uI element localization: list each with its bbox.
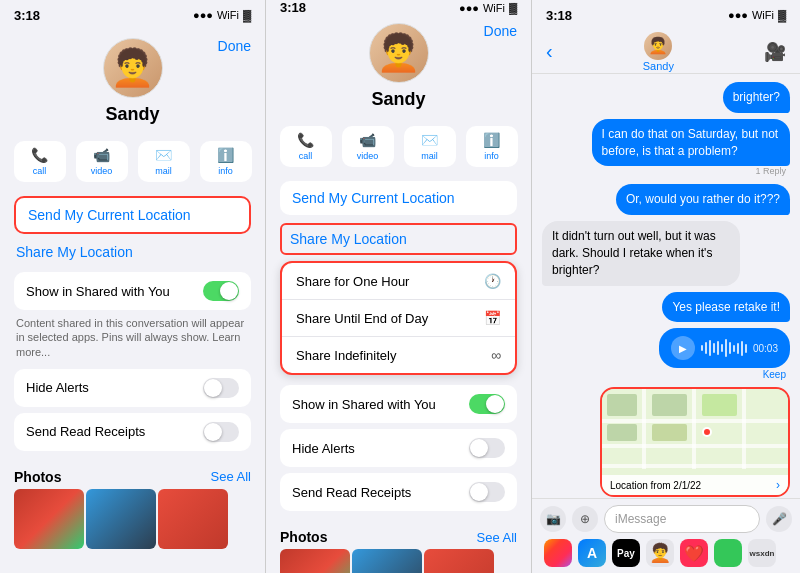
nav-contact[interactable]: 🧑‍🦱 Sandy [643,32,674,72]
share-indefinitely-item[interactable]: Share Indefinitely ∞ [282,337,515,373]
message-text-1: brighter? [733,90,780,104]
camera-button[interactable]: 📷 [540,506,566,532]
info-icon-2: ℹ️ [483,132,500,148]
apps-icon: ⊕ [580,512,590,526]
info-label-2: info [484,151,499,161]
status-icons-2: ●●● WiFi ▓ [459,2,517,14]
done-button-2[interactable]: Done [484,23,517,39]
photo-thumb-6 [424,549,494,573]
done-button-1[interactable]: Done [218,38,251,54]
message-row-3: Or, would you rather do it??? [542,184,790,215]
mail-label-2: mail [421,151,438,161]
hide-alerts-toggle-1[interactable] [203,378,239,398]
map-location-label: Location from 2/1/22 [610,480,701,491]
battery-icon-2: ▓ [509,2,517,14]
send-read-receipts-toggle-1[interactable] [203,422,239,442]
video-button-1[interactable]: 📹 video [76,141,128,182]
applepay-app-icon[interactable]: Pay [612,539,640,567]
play-button[interactable]: ▶ [671,336,695,360]
mail-button-1[interactable]: ✉️ mail [138,141,190,182]
photos-see-all-1[interactable]: See All [211,469,251,484]
map-road-v3 [742,389,746,469]
photos-see-all-2[interactable]: See All [477,530,517,545]
status-icons-1: ●●● WiFi ▓ [193,9,251,21]
message-bubble-5: Yes please retake it! [662,292,790,323]
nav-video-button[interactable]: 🎥 [764,41,786,63]
hide-alerts-row-1: Hide Alerts [14,369,251,407]
back-button[interactable]: ‹ [546,40,553,63]
call-button-1[interactable]: 📞 call [14,141,66,182]
wave-bar-7 [725,339,727,357]
video-button-2[interactable]: 📹 video [342,126,394,167]
mic-icon: 🎤 [772,512,787,526]
info-button-2[interactable]: ℹ️ info [466,126,518,167]
show-shared-label-2: Show in Shared with You [292,397,436,412]
avatar-1: 🧑‍🦱 [103,38,163,98]
messages-nav: ‹ 🧑‍🦱 Sandy 🎥 [532,30,800,74]
share-my-location-link-2[interactable]: Share My Location [280,223,517,255]
signal-icon-2: ●●● [459,2,479,14]
info-label-1: info [218,166,233,176]
photos-strip-2 [266,549,531,573]
share-end-of-day-item[interactable]: Share Until End of Day 📅 [282,300,515,337]
show-shared-toggle-2[interactable] [469,394,505,414]
video-icon-1: 📹 [93,147,110,163]
show-shared-label-1: Show in Shared with You [26,284,170,299]
infinity-icon: ∞ [491,347,501,363]
status-bar-2: 3:18 ●●● WiFi ▓ [266,0,531,15]
call-button-2[interactable]: 📞 call [280,126,332,167]
microphone-button[interactable]: 🎤 [766,506,792,532]
messages-status-icons: ●●● WiFi ▓ [728,9,786,21]
message-bubble-2: I can do that on Saturday, but not befor… [592,119,790,167]
info-button-1[interactable]: ℹ️ info [200,141,252,182]
apps-row: A Pay 🧑‍🦱 ❤️ wsxdn [540,539,792,567]
avatar-emoji-1: 🧑‍🦱 [110,50,155,86]
hide-alerts-toggle-2[interactable] [469,438,505,458]
call-icon-2: 📞 [297,132,314,148]
keep-label[interactable]: Keep [759,368,790,381]
video-icon-2: 📹 [359,132,376,148]
mail-label-1: mail [155,166,172,176]
show-shared-toggle-1[interactable] [203,281,239,301]
mail-button-2[interactable]: ✉️ mail [404,126,456,167]
memoji-app-icon[interactable]: 🧑‍🦱 [646,539,674,567]
message-text-3: Or, would you rather do it??? [626,192,780,206]
map-thumbnail[interactable]: Location from 2/1/22 › [600,387,790,497]
wsxdn-app-icon[interactable]: wsxdn [748,539,776,567]
map-block-4 [607,424,637,441]
send-read-receipts-toggle-2[interactable] [469,482,505,502]
photos-app-icon[interactable] [544,539,572,567]
photo-thumb-3 [158,489,228,549]
wave-bar-8 [729,342,731,354]
send-current-location-button-1[interactable]: Send My Current Location [14,196,251,234]
map-arrow-icon: › [776,478,780,492]
green-app-icon[interactable] [714,539,742,567]
settings-section-1: Show in Shared with You Content shared i… [0,266,265,463]
send-read-receipts-row-2: Send Read Receipts [280,473,517,511]
message-text-4: It didn't turn out well, but it was dark… [552,229,716,277]
hide-alerts-label-2: Hide Alerts [292,441,355,456]
nav-contact-name: Sandy [643,60,674,72]
share-one-hour-item[interactable]: Share for One Hour 🕐 [282,263,515,300]
battery-icon: ▓ [243,9,251,21]
share-my-location-link-1[interactable]: Share My Location [14,242,251,262]
show-shared-with-you-row-1: Show in Shared with You [14,272,251,310]
waveform [701,338,747,358]
audio-time: 00:03 [753,343,778,354]
settings-section-2: Show in Shared with You Hide Alerts Send… [266,379,531,523]
appstore-app-icon[interactable]: A [578,539,606,567]
avatar-emoji-2: 🧑‍🦱 [376,35,421,71]
wave-bar-9 [733,345,735,352]
message-input[interactable]: iMessage [604,505,760,533]
photos-title-1: Photos [14,469,61,485]
settings-note-1: Content shared in this conversation will… [14,316,251,363]
apps-button[interactable]: ⊕ [572,506,598,532]
map-road-v1 [642,389,646,469]
heart-app-icon[interactable]: ❤️ [680,539,708,567]
map-block-2 [652,394,687,416]
map-block-3 [702,394,737,416]
wifi-icon-2: WiFi [483,2,505,14]
share-one-hour-label: Share for One Hour [296,274,409,289]
send-current-location-button-2[interactable]: Send My Current Location [280,181,517,215]
status-time-2: 3:18 [280,0,306,15]
